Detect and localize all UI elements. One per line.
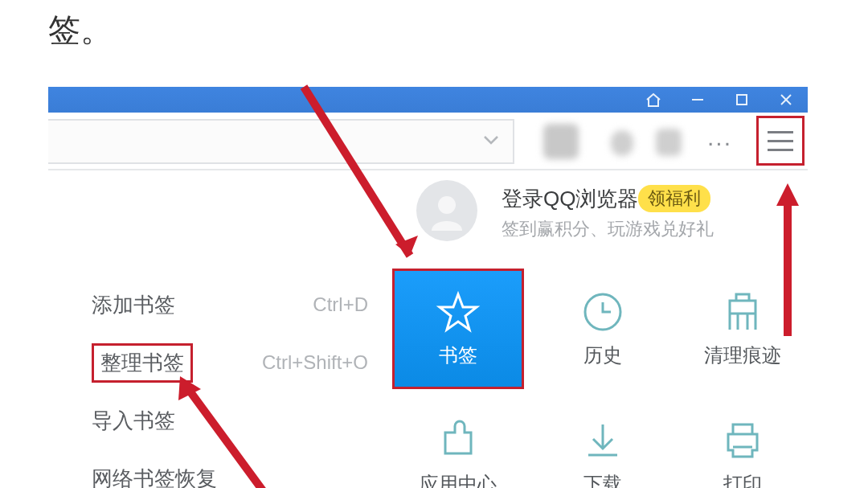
skin-icon[interactable] bbox=[656, 129, 682, 156]
broom-icon bbox=[720, 289, 765, 334]
chevron-down-icon bbox=[482, 134, 500, 149]
menu-item-label: 历史 bbox=[583, 342, 622, 368]
toolbar-row: ··· bbox=[48, 113, 808, 170]
star-icon bbox=[436, 289, 481, 334]
close-button[interactable] bbox=[764, 87, 808, 113]
maximize-button[interactable] bbox=[719, 87, 764, 113]
login-badge[interactable]: 领福利 bbox=[638, 185, 710, 212]
bookmark-submenu: 添加书签 Ctrl+D 整理书签 Ctrl+Shift+O 导入书签 网络书签恢… bbox=[71, 276, 384, 488]
submenu-add-bookmark[interactable]: 添加书签 Ctrl+D bbox=[71, 276, 384, 334]
close-icon bbox=[779, 92, 793, 107]
favorite-icon[interactable] bbox=[543, 124, 579, 159]
menu-item-bookmark[interactable]: 书签 bbox=[392, 269, 524, 389]
title-bar bbox=[48, 87, 808, 113]
download-icon bbox=[580, 418, 625, 463]
browser-screenshot: ··· 登录QQ浏览器 领福利 签到赢积分、玩游戏兑好礼 bbox=[48, 87, 808, 488]
avatar bbox=[416, 180, 477, 241]
minimize-button[interactable] bbox=[675, 87, 719, 113]
print-icon bbox=[720, 418, 765, 463]
page-fragment-text: 签。 bbox=[48, 8, 113, 52]
submenu-import-bookmark[interactable]: 导入书签 bbox=[71, 392, 384, 449]
submenu-label: 整理书签 bbox=[92, 343, 193, 383]
menu-item-label: 书签 bbox=[439, 342, 477, 368]
main-menu-panel: 登录QQ浏览器 领福利 签到赢积分、玩游戏兑好礼 书签 历史 bbox=[392, 172, 809, 488]
menu-item-apps[interactable]: 应用中心 bbox=[392, 397, 524, 488]
submenu-shortcut: Ctrl+Shift+O bbox=[262, 351, 368, 374]
login-subtitle: 签到赢积分、玩游戏兑好礼 bbox=[502, 217, 714, 241]
menu-item-label: 清理痕迹 bbox=[704, 342, 781, 368]
home-icon bbox=[645, 92, 662, 108]
menu-item-label: 应用中心 bbox=[420, 471, 497, 488]
svg-rect-1 bbox=[737, 95, 747, 105]
menu-button[interactable] bbox=[756, 116, 805, 166]
avatar-icon bbox=[427, 191, 467, 231]
menu-item-print[interactable]: 打印 bbox=[677, 397, 809, 488]
address-bar[interactable] bbox=[48, 119, 514, 164]
menu-item-clean[interactable]: 清理痕迹 bbox=[677, 269, 809, 389]
submenu-label: 添加书签 bbox=[92, 291, 175, 319]
submenu-label: 导入书签 bbox=[92, 407, 175, 435]
menu-item-history[interactable]: 历史 bbox=[537, 269, 669, 389]
login-title: 登录QQ浏览器 bbox=[502, 185, 638, 213]
minimize-icon bbox=[690, 92, 705, 107]
submenu-shortcut: Ctrl+D bbox=[313, 293, 368, 316]
menu-item-label: 打印 bbox=[723, 471, 762, 488]
home-button[interactable] bbox=[631, 87, 675, 113]
submenu-restore-bookmark[interactable]: 网络书签恢复 bbox=[71, 449, 384, 488]
submenu-organize-bookmark[interactable]: 整理书签 Ctrl+Shift+O bbox=[71, 334, 384, 392]
svg-point-4 bbox=[438, 196, 456, 214]
clock-icon bbox=[580, 289, 625, 334]
login-row[interactable]: 登录QQ浏览器 领福利 签到赢积分、玩游戏兑好礼 bbox=[405, 180, 796, 244]
more-icon[interactable]: ··· bbox=[707, 129, 732, 156]
submenu-label: 网络书签恢复 bbox=[92, 465, 217, 489]
user-icon[interactable] bbox=[611, 130, 633, 156]
puzzle-icon bbox=[436, 418, 481, 463]
hamburger-icon bbox=[768, 131, 793, 133]
menu-item-label: 下载 bbox=[583, 471, 622, 488]
maximize-icon bbox=[735, 93, 748, 106]
menu-item-download[interactable]: 下载 bbox=[537, 397, 669, 488]
